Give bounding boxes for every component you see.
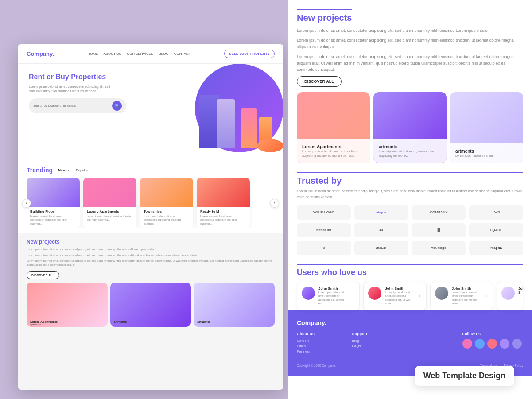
footer-grid: About Us Careers Cities Partners Support… [297,332,523,355]
trending-card-4: Ready to M Lorem ipsum dolor sit amet, c… [197,178,250,228]
user-info-3: John Smith Lorem ipsum dolor sit amet, c… [452,287,479,306]
social-icon-3[interactable] [487,339,497,349]
mock-trending: Trending Newest Popular ‹ Building Floor… [18,161,283,233]
mock-new-projects: New projects Lorem ipsum dolor sit amet,… [18,233,283,332]
footer-link-blog[interactable]: Blog [352,339,403,343]
discover-all-button-left[interactable]: DISCOVER ALL [27,271,59,279]
footer-link-careers[interactable]: Careers [297,339,348,343]
user-avatar-3 [435,287,448,300]
logo-1: YOUR LOGO [297,205,351,220]
footer-col-title-social: Follow us [462,332,523,336]
trending-header: Trending Newest Popular [27,167,275,174]
user-info-4: John S [518,287,523,294]
card-title-1: Building Floor [30,209,76,213]
card-text-1: Lorem ipsum dolor sit amet, consectetur … [30,214,76,225]
mock-logo: Company. [27,50,54,57]
footer-link-faqs[interactable]: FAQs [352,344,403,348]
np-card-3: artments [194,283,275,327]
search-input[interactable] [33,104,112,107]
footer-link-cities[interactable]: Cities [297,344,348,348]
np-cards-left: Lorem Apartments aptments artments artme… [27,283,275,327]
social-icon-2[interactable] [475,339,485,349]
left-panel: Company. HOME ABOUT US OUR SERVICES BLOG… [0,0,288,399]
logo-11: Yourlogo [412,241,466,255]
rp-card-text-1: Lorem ipsum dolor sit amet, consectetur … [302,149,365,158]
rp-card-title-1: Lorem Apartments [302,144,365,149]
card-image-3 [140,178,193,207]
rp-card-img-1 [297,92,370,136]
user-card-1: John Smith Lorem ipsum dolor sit amet, c… [297,282,360,310]
rp-card-2: artments Lorem ipsum dolor sit amet, con… [373,92,447,163]
website-mockup: Company. HOME ABOUT US OUR SERVICES BLOG… [18,44,283,390]
np-card-2: artments [110,283,191,327]
rp-card-img-3 [450,92,523,136]
card-image-4 [197,178,250,207]
sell-property-button[interactable]: SELL YOUR PROPERTY [224,50,275,58]
card-image-1 [27,178,80,207]
search-icon[interactable]: 🔍 [112,101,122,111]
next-button[interactable]: › [270,199,279,208]
rp-card-content-1: Lorem Apartments Lorem ipsum dolor sit a… [297,139,370,163]
footer-col-title-about: About Us [297,332,348,336]
card-text-2: Lorem ipsum dolor sit amet, adipiscing e… [87,214,133,222]
logo-9: ◇ [297,241,351,255]
footer-copyright: Copyright © 2000 Company. [297,364,336,367]
user-name-2: John Smith [385,287,412,291]
social-icon-1[interactable] [462,339,472,349]
trending-card-3: Townships Lorem ipsum dolor sit amet, co… [140,178,193,228]
rp-title: New projects [297,9,352,23]
trending-card-2: Luxury Apartments Lorem ipsum dolor sit … [83,178,136,228]
trending-container: ‹ Building Floor Lorem ipsum dolor sit a… [27,178,275,228]
user-name-3: John Smith [452,287,479,291]
user-name-4: John S [518,287,523,294]
np-text-3: Lorem ipsum dolor sit amet, consectetur … [27,259,275,267]
np-title-left: New projects [27,239,275,245]
card-title-3: Townships [144,209,190,213]
users-section: Users who love us John Smith Lorem ipsum… [297,264,523,310]
user-card-4: John S [497,282,523,310]
rp-card-3: artments Lorem ipsum dolor sit amet... [450,92,523,163]
trusted-desc: Lorem ipsum dolor sit amet, consectetur … [297,189,523,200]
rp-card-img-2 [373,92,447,136]
user-arrow-1[interactable]: → [349,293,355,299]
user-avatar-4 [501,287,515,300]
np-card-1: Lorem Apartments aptments [27,283,108,327]
card-title-4: Ready to M [200,209,246,213]
building-short [241,108,257,148]
user-arrow-2[interactable]: → [416,293,422,299]
social-icon-5[interactable] [512,339,522,349]
discover-all-button-right[interactable]: DISCOVER ALL [297,76,342,87]
card-body-1: Building Floor Lorem ipsum dolor sit ame… [27,207,80,228]
social-icon-4[interactable] [500,339,509,349]
user-info-2: John Smith Lorem ipsum dolor sit amet, c… [385,287,412,306]
logo-5: Nesciunt [297,223,351,237]
card-title-2: Luxury Apartments [87,209,133,213]
card-body-4: Ready to M Lorem ipsum dolor sit amet, c… [197,207,250,228]
user-card-2: John Smith Lorem ipsum dolor sit amet, c… [363,282,426,310]
logo-2: aliqua [354,205,408,220]
cloud-orange [257,139,283,152]
trending-cards: Building Floor Lorem ipsum dolor sit ame… [27,178,275,228]
np-card-label-1: Lorem Apartments [30,320,58,323]
user-avatar-2 [368,287,381,300]
mock-nav-links: HOME ABOUT US OUR SERVICES BLOG CONTACT [87,52,190,56]
user-text-2: Lorem ipsum dolor sit amet, consectetur … [385,291,412,306]
footer-social [462,339,523,349]
main-wrapper: Company. HOME ABOUT US OUR SERVICES BLOG… [0,0,532,399]
footer-link-partners[interactable]: Partners [297,349,348,353]
footer-col-title-support: Support [352,332,403,336]
logo-3: COMPANY [412,205,466,220]
right-panel: New projects Lorem ipsum dolor sit amet,… [288,0,532,399]
tab-newest[interactable]: Newest [58,168,70,172]
rp-text-2: Lorem ipsum dolor sit amet, consectetur … [297,37,523,50]
rp-card-text-2: Lorem ipsum dolor sit amet, consectetur … [379,149,441,158]
prev-button[interactable]: ‹ [22,199,31,208]
tab-popular[interactable]: Popular [76,168,88,172]
mock-hero-title: Rent or Buy Properties [29,73,272,82]
trending-card-1: Building Floor Lorem ipsum dolor sit ame… [27,178,80,228]
np-text-1: Lorem ipsum dolor sit amet, consectetur … [27,248,275,252]
rp-card-text-3: Lorem ipsum dolor sit amet... [455,154,518,158]
user-arrow-3[interactable]: → [483,293,488,299]
footer-col-social: Follow us [462,332,523,355]
rp-text-3: Lorem ipsum dolor sit amet, consectetur … [297,54,523,73]
